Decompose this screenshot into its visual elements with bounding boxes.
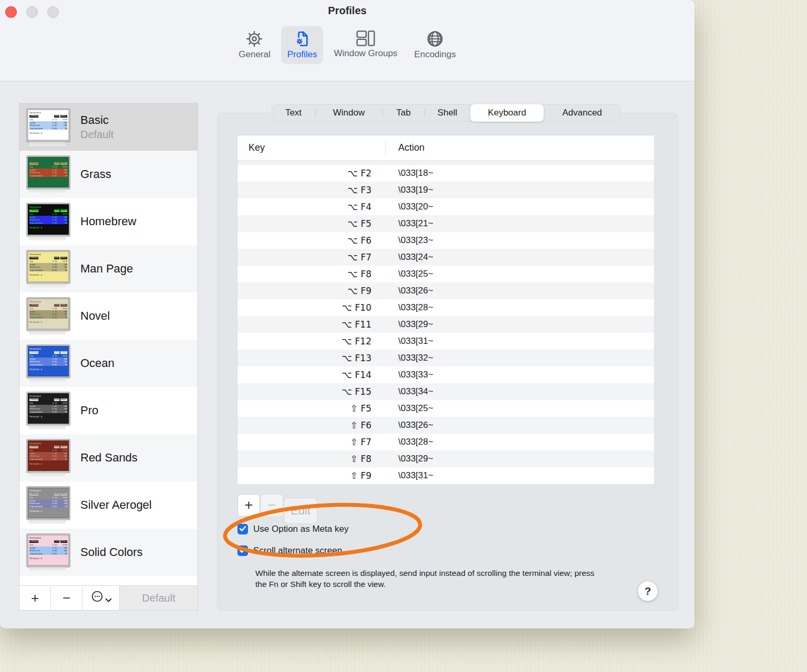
profile-list-item[interactable]: Terminal# COMMAND %CPU RPRVT top4.1%231K… — [19, 103, 198, 151]
thumbnail-header-row: COMMAND %CPU RPRVT — [29, 540, 67, 543]
thumbnail-header-row: COMMAND %CPU RPRVT — [29, 304, 67, 307]
key-mapping-row[interactable]: ⇧ F8 \033[29~ — [237, 450, 654, 467]
settings-tab-window[interactable]: Window — [315, 104, 382, 122]
key-mapping-row[interactable]: ⌥ F9 \033[26~ — [237, 282, 654, 299]
profile-name: Homebrew — [80, 215, 136, 228]
profile-list-item[interactable]: Terminal# COMMAND %CPU RPRVT top4.1%231K… — [19, 245, 198, 292]
key-mapping-row[interactable]: ⌥ F15 \033[34~ — [237, 383, 654, 400]
thumbnail-reflection — [29, 472, 66, 477]
thumbnail-terminal-title: Terminal# — [29, 159, 67, 162]
thumbnail-process-row: loginwindow0.0%4M — [29, 552, 67, 555]
column-header-key[interactable]: Key — [237, 142, 265, 153]
thumbnail-prompt: Terminal # — [29, 368, 67, 371]
key-mapping-row[interactable]: ⌥ F6 \033[23~ — [237, 232, 654, 249]
toolbar-item-window-groups[interactable]: Window Groups — [327, 26, 404, 63]
key-cell: ⌥ F10 — [237, 302, 385, 313]
profile-thumbnail: Terminal# COMMAND %CPU RPRVT top4.1%231K… — [26, 486, 70, 520]
use-option-as-meta-checkbox[interactable] — [237, 524, 248, 534]
scroll-alternate-screen-checkbox[interactable] — [237, 545, 248, 556]
key-mapping-row[interactable]: ⇧ F6 \033[26~ — [237, 417, 654, 434]
action-cell: \033[18~ — [385, 168, 433, 178]
key-mapping-row[interactable]: ⌥ F5 \033[21~ — [237, 215, 654, 232]
profile-subtitle: Default — [80, 129, 113, 141]
thumbnail-terminal-title: Terminal# — [29, 111, 67, 114]
profile-list-item[interactable]: Terminal# COMMAND %CPU RPRVT top4.1%231K… — [19, 387, 198, 434]
add-profile-button[interactable]: + — [19, 586, 51, 610]
profile-thumbnail: Terminal# COMMAND %CPU RPRVT top4.1%231K… — [26, 297, 70, 331]
key-mapping-row[interactable]: ⇧ F9 \033[31~ — [237, 467, 654, 484]
checkbox-label[interactable]: Scroll alternate screen — [253, 545, 342, 556]
profile-list-item[interactable]: Terminal# COMMAND %CPU RPRVT top4.1%231K… — [19, 292, 198, 340]
settings-tab-advanced[interactable]: Advanced — [544, 104, 620, 122]
thumbnail-reflection — [29, 378, 66, 382]
thumbnail-prompt: Terminal # — [29, 274, 67, 277]
key-mapping-row[interactable]: ⇧ F7 \033[28~ — [237, 434, 654, 450]
toolbar-item-label: General — [239, 49, 270, 60]
set-default-button[interactable]: Default — [120, 586, 198, 610]
settings-tab-text[interactable]: Text — [272, 104, 315, 122]
profile-name: Grass — [80, 167, 111, 181]
key-cell: ⌥ F12 — [237, 336, 385, 346]
toolbar: General — [0, 26, 695, 64]
settings-tab-keyboard[interactable]: Keyboard — [470, 104, 544, 122]
profile-thumbnail: Terminal# COMMAND %CPU RPRVT top4.1%231K… — [26, 533, 70, 567]
checkmark-icon — [239, 545, 246, 556]
key-mapping-row[interactable]: ⌥ F8 \033[25~ — [237, 266, 654, 282]
key-mapping-table: Key Action ⌥ F2 \033[18~ ⌥ F3 \033[19~ ⌥… — [237, 135, 654, 484]
profile-thumbnail: Terminal# COMMAND %CPU RPRVT top4.1%231K… — [26, 439, 70, 472]
action-cell: \033[29~ — [385, 319, 433, 330]
profile-list-item[interactable]: Terminal# COMMAND %CPU RPRVT top4.1%231K… — [19, 434, 198, 481]
key-mapping-row[interactable]: ⌥ F13 \033[32~ — [237, 350, 654, 366]
checkmark-icon — [239, 524, 246, 534]
profile-list-item[interactable]: Terminal# COMMAND %CPU RPRVT top4.1%231K… — [19, 340, 198, 387]
toolbar-item-profiles[interactable]: Profiles — [281, 26, 324, 64]
toolbar-item-encodings[interactable]: Encodings — [408, 26, 462, 64]
profile-name: Pro — [80, 404, 98, 417]
remove-profile-button[interactable]: − — [51, 586, 82, 610]
key-mapping-row[interactable]: ⌥ F3 \033[19~ — [237, 182, 654, 198]
column-header-action[interactable]: Action — [398, 142, 425, 153]
profile-list-item[interactable]: Terminal# COMMAND %CPU RPRVT top4.1%231K… — [19, 481, 198, 529]
thumbnail-header-row: COMMAND %CPU RPRVT — [29, 115, 67, 118]
key-mapping-row[interactable]: ⌥ F2 \033[18~ — [237, 165, 654, 182]
thumbnail-process-row: loginwindow0.0%4M — [29, 127, 67, 130]
key-cell: ⌥ F3 — [237, 185, 385, 195]
profile-actions-menu-button[interactable] — [82, 586, 120, 610]
checkbox-label[interactable]: Use Option as Meta key — [253, 524, 348, 534]
profile-list-item[interactable]: Terminal# COMMAND %CPU RPRVT top4.1%231K… — [19, 529, 198, 576]
settings-tab-tab[interactable]: Tab — [382, 104, 425, 122]
profile-thumbnail: Terminal# COMMAND %CPU RPRVT top4.1%231K… — [26, 203, 70, 236]
key-mapping-row[interactable]: ⌥ F7 \033[24~ — [237, 249, 654, 266]
action-cell: \033[25~ — [385, 403, 433, 414]
action-cell: \033[28~ — [385, 437, 433, 447]
action-cell: \033[29~ — [385, 454, 433, 464]
thumbnail-process-row: loginwindow0.0%4M — [29, 363, 67, 366]
key-cell: ⌥ F5 — [237, 218, 385, 229]
profile-name: Ocean — [80, 356, 115, 370]
scroll-alternate-screen-checkbox-row: Scroll alternate screen — [237, 545, 342, 556]
key-mapping-row[interactable]: ⌥ F14 \033[33~ — [237, 366, 654, 383]
edit-key-button[interactable]: Edit — [284, 498, 317, 524]
key-mapping-row[interactable]: ⌥ F12 \033[31~ — [237, 333, 654, 350]
settings-tab-shell[interactable]: Shell — [425, 104, 470, 122]
thumbnail-prompt: Terminal # — [29, 510, 67, 513]
thumbnail-reflection — [29, 567, 66, 571]
preferences-window: Profiles General — [0, 0, 695, 628]
key-cell: ⌥ F6 — [237, 235, 385, 246]
thumbnail-prompt: Terminal # — [29, 321, 67, 324]
profile-list-item[interactable]: Terminal# COMMAND %CPU RPRVT top4.1%231K… — [19, 198, 198, 245]
toolbar-item-label: Window Groups — [334, 48, 397, 59]
key-mapping-row[interactable]: ⌥ F10 \033[28~ — [237, 299, 654, 316]
key-cell: ⌥ F4 — [237, 202, 385, 212]
profile-list-item[interactable]: Terminal# COMMAND %CPU RPRVT top4.1%231K… — [19, 151, 198, 198]
profile-sidebar: Terminal# COMMAND %CPU RPRVT top4.1%231K… — [19, 103, 198, 611]
add-key-button[interactable]: + — [237, 494, 260, 517]
remove-key-button[interactable]: − — [261, 494, 283, 517]
key-mapping-row[interactable]: ⇧ F5 \033[25~ — [237, 400, 654, 417]
help-button[interactable]: ? — [638, 581, 658, 601]
key-mapping-row[interactable]: ⌥ F4 \033[20~ — [237, 198, 654, 215]
key-cell: ⌥ F15 — [237, 386, 385, 397]
key-mapping-row[interactable]: ⌥ F11 \033[29~ — [237, 316, 654, 333]
thumbnail-header-row: COMMAND %CPU RPRVT — [29, 162, 67, 165]
toolbar-item-general[interactable]: General — [232, 26, 276, 64]
